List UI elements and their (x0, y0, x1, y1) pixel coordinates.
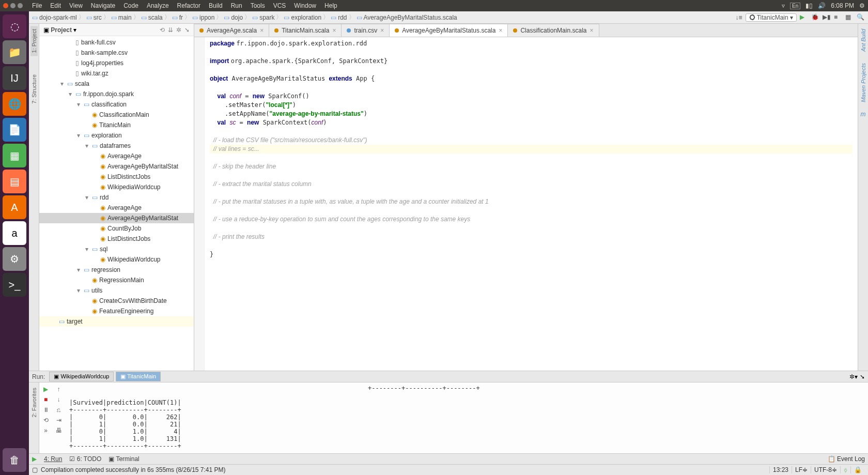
breadcrumb-segment[interactable]: ▭AverageAgeByMaritalStatus.scala (357, 14, 460, 21)
coverage-button[interactable]: ▶▮ (823, 13, 831, 22)
file-encoding[interactable]: UTF-8≑ (811, 466, 840, 473)
tree-node[interactable]: ◉AverageAge (39, 203, 194, 213)
bottom-tab-run[interactable]: 4: Run (44, 455, 62, 463)
tree-node[interactable]: ◉AverageAge (39, 151, 194, 161)
tree-node[interactable]: ▾▭rdd (39, 192, 194, 203)
bottom-tab-todo[interactable]: ☑ 6: TODO (69, 455, 101, 463)
launcher-terminal[interactable]: >_ (3, 273, 26, 297)
menu-vcs[interactable]: VCS (269, 2, 290, 9)
close-tab-icon[interactable]: × (332, 27, 336, 34)
launcher-files[interactable]: 📁 (3, 40, 26, 64)
launcher-settings[interactable]: ⚙ (3, 247, 26, 271)
menu-code[interactable]: Code (119, 2, 143, 9)
lock-icon[interactable]: 🔒 (850, 466, 865, 473)
tree-node[interactable]: ◉CreateCsvWithBirthDate (39, 296, 194, 306)
menu-refactor[interactable]: Refactor (173, 2, 205, 9)
layout-button[interactable]: ▦ (845, 13, 854, 22)
editor-tab[interactable]: AverageAge.scala× (194, 24, 269, 37)
launcher-firefox[interactable]: 🌐 (3, 92, 26, 116)
tree-node[interactable]: ◉ClassificationMain (39, 110, 194, 120)
clock[interactable]: 6:08 PM (831, 2, 854, 9)
breadcrumb-segment[interactable]: ▭dojo-spark-ml (32, 13, 86, 22)
tree-node[interactable]: ▾▭utils (39, 285, 194, 296)
tree-node[interactable]: ▯log4j.properties (39, 58, 194, 68)
tab-ant-build[interactable]: Ant Build (860, 26, 867, 55)
gear-icon[interactable]: ⚙ (859, 2, 865, 9)
run-hide-icon[interactable]: ➘ (860, 373, 865, 380)
tree-node[interactable]: ▾▭dataframes (39, 141, 194, 151)
editor-tab[interactable]: train.csv× (341, 24, 390, 37)
tree-node[interactable]: ◉WikipediaWorldcup (39, 182, 194, 192)
window-maximize[interactable] (18, 3, 23, 8)
exit-button[interactable]: ⟲ (43, 417, 49, 424)
battery-icon[interactable]: ▮▯ (805, 2, 813, 9)
run-tab[interactable]: ▣ TitanicMain (116, 372, 161, 381)
tree-node[interactable]: ◉AverageAgeByMaritalStat (39, 161, 194, 172)
launcher-calc[interactable]: ▦ (3, 144, 26, 167)
menu-view[interactable]: View (65, 2, 87, 9)
breadcrumb-segment[interactable]: ▭dojo (224, 13, 252, 22)
menu-navigate[interactable]: Navigate (87, 2, 119, 9)
soft-wrap-button[interactable]: ⎌ (57, 406, 60, 413)
tree-node[interactable]: ▾▭classification (39, 99, 194, 110)
tree-node[interactable]: ▾▭sql (39, 244, 194, 254)
tab-m[interactable]: m (861, 111, 866, 118)
breadcrumb-segment[interactable]: ▭fr (172, 13, 192, 22)
tree-node[interactable]: ▭target (39, 316, 194, 327)
print-button[interactable]: 🖶 (56, 427, 62, 434)
menu-window[interactable]: Window (290, 2, 320, 9)
code-editor[interactable]: package fr.ippon.dojo.spark.exploration.… (205, 37, 858, 371)
breadcrumb-segment[interactable]: ▭spark (252, 13, 284, 22)
breadcrumb-segment[interactable]: ▭scala (141, 13, 172, 22)
down-stack-button[interactable]: ↓ (57, 396, 60, 403)
tree-node[interactable]: ▾▭regression (39, 265, 194, 275)
close-tab-icon[interactable]: × (260, 27, 264, 34)
tree-node[interactable]: ▾▭fr.ippon.dojo.spark (39, 89, 194, 99)
menu-tools[interactable]: Tools (246, 2, 269, 9)
stop-process-button[interactable]: ■ (44, 396, 48, 403)
launcher-dash[interactable]: ◌ (3, 14, 26, 38)
keyboard-lang[interactable]: En (790, 3, 800, 9)
breadcrumb-segment[interactable]: ▭src (86, 13, 111, 22)
tree-node[interactable]: ◉ListDistinctJobs (39, 172, 194, 182)
editor-tab[interactable]: TitanicMain.scala× (269, 24, 342, 37)
project-tree[interactable]: ▯bank-full.csv▯bank-sample.csv▯log4j.pro… (39, 36, 194, 371)
tree-node[interactable]: ◉CountByJob (39, 223, 194, 234)
menu-analyze[interactable]: Analyze (143, 2, 173, 9)
event-log-button[interactable]: 📋 Event Log (828, 455, 865, 463)
menu-file[interactable]: File (28, 2, 46, 9)
tree-node[interactable]: ◉FeatureEngineering (39, 306, 194, 316)
tree-node[interactable]: ▾▭scala (39, 79, 194, 89)
tree-node[interactable]: ◉ListDistinctJobs (39, 234, 194, 244)
scroll-end-button[interactable]: ⇥ (56, 417, 61, 424)
breadcrumb-segment[interactable]: ▭ippon (192, 13, 224, 22)
menu-help[interactable]: Help (320, 2, 342, 9)
scroll-from-source-icon[interactable]: ⟲ (160, 26, 165, 34)
volume-icon[interactable]: 🔊 (818, 2, 826, 9)
tree-node[interactable]: ◉WikipediaWorldcup (39, 254, 194, 265)
run-output[interactable]: +--------+----------+--------+ |Survived… (65, 382, 868, 453)
bottom-run-icon[interactable]: ▶ (32, 455, 37, 463)
tree-node[interactable]: ▯bank-sample.csv (39, 48, 194, 58)
tree-node[interactable]: ▾▭exploration (39, 130, 194, 141)
launcher-trash[interactable]: 🗑 (3, 448, 26, 472)
make-icon[interactable]: ↓≡ (736, 14, 742, 21)
run-config-select[interactable]: 🞇 TitanicMain ▾ (746, 13, 797, 22)
menu-run[interactable]: Run (227, 2, 246, 9)
breadcrumb-segment[interactable]: ▭exploration (284, 13, 331, 22)
menu-build[interactable]: Build (205, 2, 227, 9)
tree-node[interactable]: ▯bank-full.csv (39, 37, 194, 48)
tab-maven[interactable]: Maven Projects (860, 60, 867, 105)
more-button[interactable]: » (44, 427, 48, 434)
editor-tab[interactable]: AverageAgeByMaritalStatus.scala× (389, 24, 508, 37)
tab-project[interactable]: 1: Project (30, 26, 38, 56)
launcher-software[interactable]: A (3, 195, 26, 219)
tab-structure[interactable]: 7: Structure (30, 71, 38, 107)
line-separator[interactable]: LF≑ (792, 466, 811, 473)
launcher-impress[interactable]: ▤ (3, 170, 26, 193)
status-icon[interactable]: ▢ (32, 466, 38, 473)
pause-output-button[interactable]: ⏸ (43, 406, 49, 413)
window-close[interactable] (3, 3, 8, 8)
window-minimize[interactable] (10, 3, 16, 8)
up-stack-button[interactable]: ↑ (57, 386, 60, 393)
